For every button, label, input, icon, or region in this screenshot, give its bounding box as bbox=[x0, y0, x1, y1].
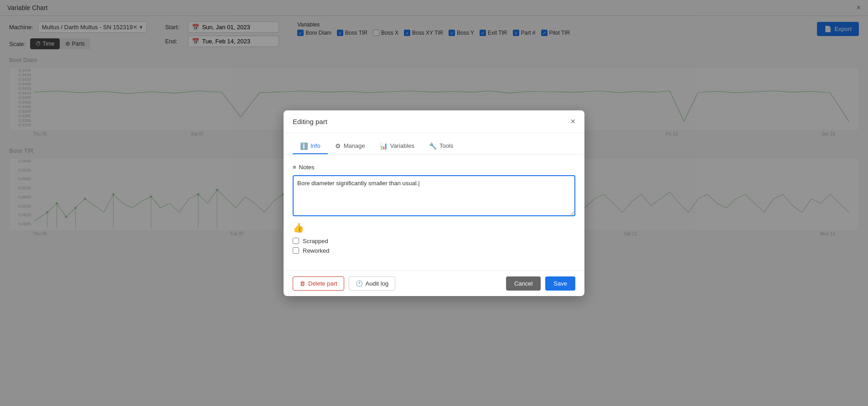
cancel-button[interactable]: Cancel bbox=[506, 276, 541, 291]
scrapped-row: Scrapped bbox=[293, 238, 575, 245]
save-button[interactable]: Save bbox=[545, 276, 575, 291]
tab-manage[interactable]: ⚙ Manage bbox=[328, 139, 372, 154]
tools-icon: 🔧 bbox=[429, 142, 437, 150]
thumbs-up-icon: 👍 bbox=[293, 222, 575, 233]
audit-label: Audit log bbox=[366, 280, 389, 287]
notes-icon: ≡ bbox=[293, 164, 296, 171]
modal-close-button[interactable]: × bbox=[570, 117, 575, 126]
modal-body: ≡ Notes 👍 Scrapped Reworked bbox=[284, 155, 584, 266]
modal-footer: 🗑 Delete part 🕐 Audit log Cancel Save bbox=[284, 271, 584, 296]
tab-tools-label: Tools bbox=[439, 142, 453, 149]
tab-manage-label: Manage bbox=[344, 142, 365, 149]
footer-right: Cancel Save bbox=[506, 276, 575, 291]
footer-left: 🗑 Delete part 🕐 Audit log bbox=[293, 276, 395, 291]
reworked-label: Reworked bbox=[303, 247, 330, 254]
delete-label: Delete part bbox=[308, 280, 337, 287]
delete-part-button[interactable]: 🗑 Delete part bbox=[293, 276, 344, 291]
trash-icon: 🗑 bbox=[300, 280, 305, 287]
notes-textarea[interactable] bbox=[293, 175, 575, 216]
tab-info-label: Info bbox=[310, 142, 320, 149]
modal-overlay[interactable]: Editing part × ℹ️ Info ⚙ Manage 📊 Variab… bbox=[0, 0, 868, 406]
editing-part-modal: Editing part × ℹ️ Info ⚙ Manage 📊 Variab… bbox=[284, 110, 584, 296]
variables-icon: 📊 bbox=[380, 142, 388, 150]
modal-header: Editing part × bbox=[284, 110, 584, 133]
notes-header: ≡ Notes bbox=[293, 164, 575, 171]
modal-tabs: ℹ️ Info ⚙ Manage 📊 Variables 🔧 Tools bbox=[284, 133, 584, 155]
tab-info[interactable]: ℹ️ Info bbox=[293, 139, 328, 154]
scrapped-checkbox[interactable] bbox=[293, 238, 299, 244]
clock-icon: 🕐 bbox=[356, 280, 363, 287]
audit-log-button[interactable]: 🕐 Audit log bbox=[349, 276, 396, 291]
reworked-row: Reworked bbox=[293, 247, 575, 254]
modal-title: Editing part bbox=[293, 118, 327, 125]
tab-variables-label: Variables bbox=[390, 142, 414, 149]
info-icon: ℹ️ bbox=[300, 142, 308, 150]
tab-variables[interactable]: 📊 Variables bbox=[372, 139, 422, 154]
reworked-checkbox[interactable] bbox=[293, 247, 299, 254]
tab-tools[interactable]: 🔧 Tools bbox=[422, 139, 460, 154]
manage-icon: ⚙ bbox=[335, 142, 341, 150]
notes-label: Notes bbox=[299, 164, 315, 171]
scrapped-label: Scrapped bbox=[303, 238, 328, 245]
